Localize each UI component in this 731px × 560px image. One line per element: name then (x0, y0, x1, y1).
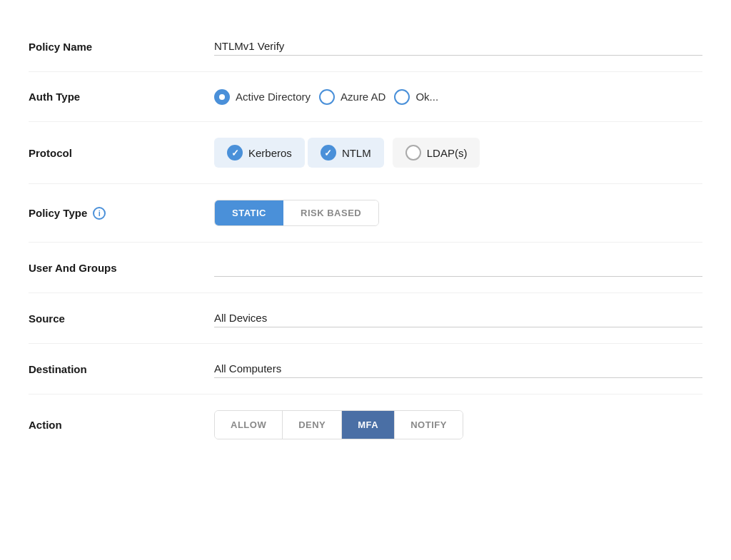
policy-name-value (214, 37, 702, 56)
ntlm-checkbox[interactable] (321, 145, 336, 161)
protocol-label: Protocol (29, 147, 214, 159)
kerberos-label: Kerberos (248, 147, 292, 159)
policy-type-info-icon[interactable]: i (93, 207, 106, 220)
allow-action-btn[interactable]: ALLOW (215, 411, 283, 439)
auth-type-label: Auth Type (29, 91, 214, 103)
auth-type-active-directory[interactable]: Active Directory (214, 89, 311, 105)
policy-type-toggle: STATIC RISK BASED (214, 200, 702, 226)
policy-name-label: Policy Name (29, 41, 214, 53)
ldap-label: LDAP(s) (427, 147, 468, 159)
active-directory-radio[interactable] (214, 89, 230, 105)
destination-row: Destination (29, 344, 702, 394)
mfa-action-btn[interactable]: MFA (342, 411, 395, 439)
protocol-row: Protocol Kerberos NTLM LDAP(s) (29, 122, 702, 184)
action-row: Action ALLOW DENY MFA NOTIFY (29, 394, 702, 455)
azure-ad-radio[interactable] (319, 89, 335, 105)
policy-type-label: Policy Type i (29, 207, 214, 220)
policy-type-toggle-group: STATIC RISK BASED (214, 200, 379, 226)
risk-based-toggle-btn[interactable]: RISK BASED (283, 200, 378, 225)
ntlm-label: NTLM (342, 147, 371, 159)
user-groups-label: User And Groups (29, 262, 214, 274)
destination-label: Destination (29, 363, 214, 375)
action-label: Action (29, 419, 214, 431)
destination-value (214, 360, 702, 378)
auth-type-row: Auth Type Active Directory Azure AD Ok..… (29, 72, 702, 122)
auth-type-options: Active Directory Azure AD Ok... (214, 89, 702, 105)
okta-label: Ok... (415, 91, 438, 103)
auth-type-okta[interactable]: Ok... (394, 89, 438, 105)
user-groups-row: User And Groups (29, 243, 702, 293)
action-button-group: ALLOW DENY MFA NOTIFY (214, 410, 463, 439)
source-label: Source (29, 312, 214, 325)
protocol-kerberos[interactable]: Kerberos (214, 138, 305, 168)
azure-ad-label: Azure AD (341, 91, 385, 103)
source-row: Source (29, 293, 702, 344)
user-groups-value (214, 258, 702, 277)
action-buttons: ALLOW DENY MFA NOTIFY (214, 410, 702, 439)
source-value (214, 309, 702, 327)
policy-type-row: Policy Type i STATIC RISK BASED (29, 184, 702, 243)
protocol-ntlm[interactable]: NTLM (308, 138, 384, 168)
policy-name-input[interactable] (214, 37, 702, 56)
destination-input[interactable] (214, 360, 702, 378)
user-groups-input[interactable] (214, 258, 702, 277)
protocol-ldap[interactable]: LDAP(s) (393, 138, 480, 168)
policy-name-row: Policy Name (29, 21, 702, 72)
protocol-active-group: Kerberos NTLM (214, 138, 384, 168)
static-toggle-btn[interactable]: STATIC (215, 200, 283, 225)
okta-radio[interactable] (394, 89, 410, 105)
auth-type-azure-ad[interactable]: Azure AD (319, 89, 385, 105)
policy-form: Policy Name Auth Type Active Directory A… (0, 0, 731, 477)
active-directory-label: Active Directory (236, 91, 311, 103)
notify-action-btn[interactable]: NOTIFY (395, 411, 463, 439)
kerberos-checkbox[interactable] (227, 145, 243, 161)
deny-action-btn[interactable]: DENY (283, 411, 342, 439)
ldap-checkbox[interactable] (405, 145, 421, 161)
protocol-options: Kerberos NTLM LDAP(s) (214, 138, 702, 168)
source-input[interactable] (214, 309, 702, 327)
